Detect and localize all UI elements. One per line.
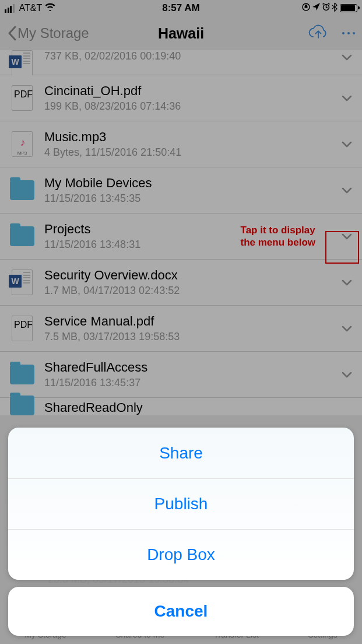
carrier-name: AT&T: [19, 3, 43, 13]
status-left: AT&T: [5, 2, 56, 14]
file-meta: 11/15/2016 13:45:35: [44, 192, 340, 205]
word-doc-icon: [12, 50, 33, 76]
nav-title: Hawaii: [158, 25, 204, 42]
file-meta: 1.7 MB, 04/17/2013 02:43:52: [44, 285, 340, 297]
chevron-down-icon[interactable]: [340, 137, 354, 151]
file-row[interactable]: ♪MP3Music.mp34 Bytes, 11/15/2016 21:50:4…: [0, 121, 362, 167]
file-name: Cincinati_OH.pdf: [44, 83, 340, 99]
file-name: Music.mp3: [44, 130, 340, 145]
action-sheet-item[interactable]: Drop Box: [8, 529, 354, 580]
app-screen: AT&T 8:57 AM My Storage Hawaii 737 KB: [0, 0, 362, 644]
chevron-down-icon[interactable]: [340, 275, 354, 289]
chevron-down-icon[interactable]: [340, 368, 354, 382]
chevron-down-icon[interactable]: [340, 50, 354, 64]
file-meta: 199 KB, 08/23/2016 07:14:36: [44, 100, 340, 113]
file-row[interactable]: My Mobile Devices11/15/2016 13:45:35: [0, 167, 362, 214]
mp3-doc-icon: ♪MP3: [12, 131, 33, 157]
chevron-down-icon[interactable]: [340, 229, 354, 243]
action-sheet-cancel[interactable]: Cancel: [8, 587, 354, 636]
file-row[interactable]: PDFCincinati_OH.pdf199 KB, 08/23/2016 07…: [0, 75, 362, 121]
file-row[interactable]: SharedReadOnly: [0, 398, 362, 415]
signal-icon: [5, 4, 15, 13]
file-row[interactable]: SharedFullAccess11/15/2016 13:45:37: [0, 352, 362, 398]
nav-bar: My Storage Hawaii: [0, 16, 362, 50]
file-name: Service Manual.pdf: [44, 314, 340, 329]
wifi-icon: [44, 2, 56, 14]
file-name: My Mobile Devices: [44, 176, 340, 191]
location-icon: [312, 2, 321, 14]
chevron-down-icon[interactable]: [340, 321, 354, 335]
file-list: 737 KB, 02/02/2016 00:19:40PDFCincinati_…: [0, 50, 362, 415]
chevron-down-icon[interactable]: [340, 91, 354, 105]
file-name: SharedReadOnly: [44, 400, 354, 415]
status-bar: AT&T 8:57 AM: [0, 0, 362, 16]
file-row[interactable]: PDFService Manual.pdf7.5 MB, 03/17/2013 …: [0, 306, 362, 352]
status-right: [301, 2, 357, 15]
back-button[interactable]: My Storage: [7, 25, 89, 41]
file-meta: 737 KB, 02/02/2016 00:19:40: [44, 50, 340, 62]
chevron-left-icon: [7, 25, 17, 41]
action-sheet: SharePublishDrop Box Cancel: [8, 428, 354, 636]
folder-icon: [10, 396, 34, 415]
more-button[interactable]: [342, 32, 355, 34]
file-meta: 4 Bytes, 11/15/2016 21:50:41: [44, 146, 340, 159]
word-doc-icon: [12, 270, 33, 295]
action-sheet-item[interactable]: Publish: [8, 478, 354, 529]
folder-icon: [10, 180, 34, 200]
file-row[interactable]: Projects11/15/2016 13:48:31Tap it to dis…: [0, 214, 362, 260]
status-time: 8:57 AM: [162, 2, 200, 14]
file-meta: 11/15/2016 13:45:37: [44, 377, 340, 389]
battery-icon: [340, 4, 357, 12]
file-meta: 7.5 MB, 03/17/2013 19:58:53: [44, 331, 340, 343]
file-name: SharedFullAccess: [44, 360, 340, 375]
chevron-down-icon[interactable]: [340, 183, 354, 197]
file-row[interactable]: Security Overview.docx1.7 MB, 04/17/2013…: [0, 260, 362, 306]
alarm-icon: [322, 2, 331, 14]
pdf-doc-icon: PDF: [12, 85, 33, 111]
file-name: Security Overview.docx: [44, 268, 340, 283]
file-row[interactable]: 737 KB, 02/02/2016 00:19:40: [0, 50, 362, 75]
file-meta: 11/15/2016 13:48:31: [44, 239, 340, 251]
cloud-upload-button[interactable]: [307, 24, 329, 43]
folder-icon: [10, 365, 34, 384]
bluetooth-icon: [332, 2, 338, 15]
pdf-doc-icon: PDF: [12, 316, 33, 341]
folder-icon: [10, 226, 34, 246]
file-name: Projects: [44, 222, 340, 237]
rotation-lock-icon: [301, 2, 311, 15]
action-sheet-item[interactable]: Share: [8, 428, 354, 478]
back-label: My Storage: [17, 25, 89, 41]
